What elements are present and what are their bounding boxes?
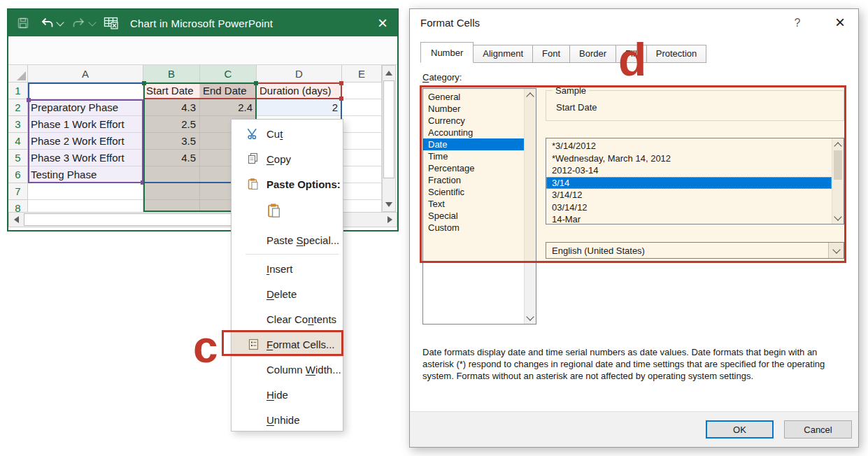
cell-A5[interactable]: Phase 3 Work Effort (28, 150, 143, 166)
menu-item-hide[interactable]: Hide (232, 382, 343, 407)
scrollbar-thumb[interactable] (834, 150, 842, 180)
type-item-3-14-2012[interactable]: *3/14/2012 (546, 140, 832, 152)
undo-dropdown-chevron-icon[interactable] (56, 18, 64, 26)
tab-border[interactable]: Border (569, 45, 616, 63)
category-item-currency[interactable]: Currency (423, 115, 524, 127)
cancel-button[interactable]: Cancel (784, 420, 852, 439)
row-header-2[interactable]: 2 (8, 99, 28, 116)
close-icon[interactable]: × (830, 12, 851, 33)
scrollbar-thumb[interactable] (383, 80, 394, 178)
column-header-E[interactable]: E (342, 65, 382, 83)
category-item-text[interactable]: Text (423, 198, 524, 210)
row-header-8[interactable]: 8 (8, 200, 28, 212)
scroll-down-icon[interactable] (525, 313, 536, 324)
category-item-scientific[interactable]: Scientific (423, 186, 524, 198)
menu-item-clear-contents[interactable]: Clear Contents (232, 306, 343, 332)
cell-E1[interactable] (342, 83, 382, 99)
type-list-scrollbar[interactable] (832, 138, 844, 224)
column-header-B[interactable]: B (143, 65, 200, 83)
scroll-right-icon[interactable] (383, 213, 397, 227)
chevron-down-icon[interactable] (828, 243, 844, 258)
cell-E8[interactable] (342, 200, 382, 212)
category-item-date[interactable]: Date (423, 138, 524, 150)
cell-A2[interactable]: Preparatory Phase (28, 99, 143, 116)
menu-item-copy[interactable]: Copy (232, 146, 343, 171)
row-header-1[interactable]: 1 (8, 83, 28, 99)
tab-fill[interactable]: Fill (616, 45, 647, 63)
cell-D2[interactable]: 2 (257, 99, 342, 116)
category-item-time[interactable]: Time (423, 150, 524, 162)
menu-item-paste-special[interactable]: Paste Special... (232, 227, 343, 252)
category-item-number[interactable]: Number (423, 103, 524, 115)
cell-C2[interactable]: 2.4 (200, 99, 257, 116)
category-list-scrollbar[interactable] (524, 89, 536, 324)
cell-B4[interactable]: 3.5 (143, 133, 200, 150)
menu-item-format-cells[interactable]: Format Cells... (232, 332, 343, 357)
cell-B2[interactable]: 4.3 (143, 99, 200, 116)
category-item-accounting[interactable]: Accounting (423, 127, 524, 138)
cell-E7[interactable] (342, 183, 382, 200)
scroll-down-icon[interactable] (832, 213, 844, 224)
vertical-scrollbar[interactable] (382, 65, 396, 212)
tab-font[interactable]: Font (532, 45, 570, 63)
column-header-C[interactable]: C (200, 65, 257, 83)
row-header-3[interactable]: 3 (8, 116, 28, 133)
cell-B3[interactable]: 2.5 (143, 116, 200, 133)
cell-A6[interactable]: Testing Phase (28, 166, 143, 183)
category-item-fraction[interactable]: Fraction (423, 174, 524, 186)
cell-B7[interactable] (143, 183, 200, 200)
cell-C1[interactable]: End Date (200, 83, 257, 99)
category-item-general[interactable]: General (423, 91, 524, 103)
close-icon[interactable]: × (378, 15, 387, 31)
row-header-5[interactable]: 5 (8, 150, 28, 166)
cell-A1[interactable] (28, 83, 143, 99)
scroll-up-icon[interactable] (383, 66, 395, 80)
column-header-A[interactable]: A (28, 65, 143, 83)
cell-B5[interactable]: 4.5 (143, 150, 200, 166)
redo-icon[interactable] (70, 14, 88, 32)
row-header-4[interactable]: 4 (8, 133, 28, 150)
menu-item-cut[interactable]: Cut (232, 121, 343, 146)
paste-icon[interactable] (266, 203, 282, 221)
category-item-percentage[interactable]: Percentage (423, 162, 524, 174)
type-item-2012-03-14[interactable]: 2012-03-14 (546, 164, 832, 177)
scroll-up-icon[interactable] (525, 89, 536, 100)
type-item-14-mar[interactable]: 14-Mar (546, 213, 832, 225)
help-icon[interactable]: ? (790, 15, 805, 31)
cell-E5[interactable] (342, 150, 382, 166)
menu-item-paste-options[interactable]: Paste Options: (232, 171, 343, 197)
select-all-button[interactable] (8, 65, 28, 83)
row-header-6[interactable]: 6 (8, 166, 28, 183)
menu-item-unhide[interactable]: Unhide (232, 407, 343, 432)
undo-icon[interactable] (38, 14, 56, 32)
menu-item-delete[interactable]: Delete (232, 281, 343, 306)
cell-B6[interactable] (143, 166, 200, 183)
type-item-3-14[interactable]: 3/14 (546, 177, 832, 190)
cell-A3[interactable]: Phase 1 Work Effort (28, 116, 143, 133)
cell-A4[interactable]: Phase 2 Work Effort (28, 133, 143, 150)
menu-item-insert[interactable]: Insert (232, 256, 343, 281)
tab-number[interactable]: Number (420, 42, 474, 63)
ok-button[interactable]: OK (706, 420, 774, 439)
cell-E6[interactable] (342, 166, 382, 183)
tab-protection[interactable]: Protection (646, 45, 707, 63)
cell-E2[interactable] (342, 99, 382, 116)
locale-dropdown[interactable]: English (United States) (546, 242, 844, 259)
type-item-03-14-12[interactable]: 03/14/12 (546, 201, 832, 214)
cell-E4[interactable] (342, 133, 382, 150)
cell-B1[interactable]: Start Date (143, 83, 200, 99)
cell-A8[interactable] (28, 200, 143, 212)
menu-item-column-width[interactable]: Column Width... (232, 357, 343, 382)
scroll-down-icon[interactable] (383, 197, 395, 211)
category-item-special[interactable]: Special (423, 210, 524, 222)
type-item-3-14-12[interactable]: 3/14/12 (546, 189, 832, 201)
row-header-7[interactable]: 7 (8, 183, 28, 200)
tab-alignment[interactable]: Alignment (473, 45, 533, 63)
cell-A7[interactable] (28, 183, 143, 200)
category-item-custom[interactable]: Custom (423, 222, 524, 234)
cell-D1[interactable]: Duration (days) (257, 83, 342, 99)
column-header-D[interactable]: D (257, 65, 342, 83)
cell-B8[interactable] (143, 200, 200, 212)
scroll-left-icon[interactable] (9, 213, 23, 227)
cell-E3[interactable] (342, 116, 382, 133)
